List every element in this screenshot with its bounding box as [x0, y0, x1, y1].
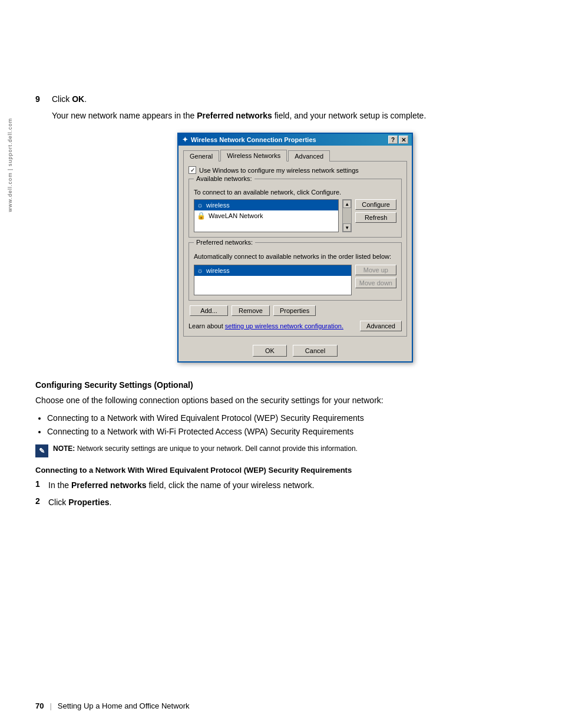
dialog-controls[interactable]: ? ✕ — [388, 136, 408, 144]
properties-button[interactable]: Properties — [273, 305, 316, 316]
step-1-num: 1 — [35, 479, 48, 489]
tab-advanced[interactable]: Advanced — [288, 150, 330, 162]
note-icon: ✎ — [35, 444, 48, 457]
close-button[interactable]: ✕ — [399, 136, 408, 144]
available-networks-group: Available networks: To connect to an ava… — [189, 179, 402, 238]
dialog-title: Wireless Network Connection Properties — [191, 136, 316, 143]
scroll-down-arrow[interactable]: ▼ — [343, 223, 351, 232]
bullet-item-1: Connecting to a Network with Wired Equiv… — [47, 411, 538, 424]
step-1: 1 In the Preferred networks field, click… — [35, 479, 538, 492]
add-button[interactable]: Add... — [190, 305, 228, 316]
page-footer: 70 | Setting Up a Home and Office Networ… — [35, 701, 538, 710]
network-name-wavelan: WaveLAN Network — [209, 212, 263, 219]
use-windows-checkbox-row[interactable]: ✓ Use Windows to configure my wireless n… — [189, 166, 402, 174]
sidebar-text: www.dell.com | support.dell.com — [7, 118, 13, 212]
preferred-list-row: ☼ wireless Move up Move down — [194, 265, 396, 295]
step-1-text: In the Preferred networks field, click t… — [48, 479, 314, 492]
step-2: 2 Click Properties. — [35, 496, 538, 509]
available-network-list[interactable]: ☼ wireless 🔒 WaveLAN Network — [194, 199, 339, 232]
wireless-icon: ☼ — [197, 201, 203, 209]
step-9-number: 9 — [35, 94, 52, 104]
learn-static: Learn about — [189, 322, 225, 330]
step-2-num: 2 — [35, 496, 48, 506]
bullet-list: Connecting to a Network with Wired Equiv… — [47, 411, 538, 438]
move-buttons: Move up Move down — [355, 265, 396, 295]
pref-wireless-icon: ☼ — [197, 266, 203, 275]
available-networks-desc: To connect to an available network, clic… — [194, 189, 396, 196]
move-down-button[interactable]: Move down — [355, 278, 396, 288]
scroll-track — [343, 208, 351, 223]
use-windows-checkbox[interactable]: ✓ — [189, 166, 196, 174]
tabs-row: General Wireless Networks Advanced — [183, 149, 407, 162]
wireless-properties-dialog: ✦ Wireless Network Connection Properties… — [177, 133, 413, 363]
help-button[interactable]: ? — [388, 136, 398, 144]
network-item-wavelan[interactable]: 🔒 WaveLAN Network — [194, 210, 338, 221]
tab-general[interactable]: General — [183, 150, 219, 162]
page-number: 70 — [35, 701, 44, 710]
bottom-buttons-row: Add... Remove Properties — [189, 305, 402, 316]
wep-sub-heading: Connecting to a Network With Wired Equiv… — [35, 466, 538, 475]
footer-separator: | — [49, 701, 51, 710]
pref-item-wireless[interactable]: ☼ wireless — [194, 265, 351, 276]
available-scrollbar[interactable]: ▲ ▼ — [342, 199, 352, 232]
network-name-wireless: wireless — [206, 202, 230, 209]
dialog-footer: OK Cancel — [178, 341, 412, 361]
remove-button[interactable]: Remove — [232, 305, 270, 316]
advanced-button[interactable]: Advanced — [360, 321, 402, 331]
refresh-button[interactable]: Refresh — [355, 212, 396, 223]
preferred-network-list[interactable]: ☼ wireless — [194, 265, 352, 295]
move-up-button[interactable]: Move up — [355, 265, 396, 275]
footer-label: Setting Up a Home and Office Network — [58, 701, 190, 710]
preferred-networks-label: Preferred networks: — [194, 239, 255, 246]
cancel-button[interactable]: Cancel — [293, 345, 338, 357]
network-item-wireless[interactable]: ☼ wireless — [194, 200, 338, 210]
tab-wireless-networks[interactable]: Wireless Networks — [220, 150, 287, 162]
available-networks-label: Available networks: — [194, 175, 254, 182]
network-list-container: ☼ wireless 🔒 WaveLAN Network ▲ — [194, 199, 396, 232]
step-9-text: Click OK. — [52, 94, 87, 104]
config-section-heading: Configuring Security Settings (Optional) — [35, 380, 538, 390]
tab-content: ✓ Use Windows to configure my wireless n… — [183, 162, 407, 337]
dialog-title-icon: ✦ — [182, 136, 188, 144]
dialog-titlebar: ✦ Wireless Network Connection Properties… — [178, 134, 412, 146]
scroll-up-arrow[interactable]: ▲ — [343, 200, 351, 208]
dialog-body: General Wireless Networks Advanced ✓ Use… — [178, 146, 412, 341]
note-box: ✎ NOTE: Network security settings are un… — [35, 444, 538, 457]
bullet-item-2: Connecting to a Network with Wi-Fi Prote… — [47, 425, 538, 438]
use-windows-label: Use Windows to configure my wireless net… — [199, 167, 359, 174]
note-text: NOTE: Network security settings are uniq… — [53, 444, 358, 454]
preferred-networks-group: Preferred networks: Automatically connec… — [189, 242, 402, 301]
step-2-text: Click Properties. — [48, 496, 111, 509]
available-network-buttons: Configure Refresh — [355, 199, 396, 232]
ok-button[interactable]: OK — [253, 345, 287, 357]
learn-row: Learn about setting up wireless network … — [189, 321, 402, 331]
step-9-follow-text: Your new network name appears in the Pre… — [52, 110, 538, 122]
preferred-networks-desc: Automatically connect to available netwo… — [194, 252, 396, 261]
learn-link[interactable]: setting up wireless network configuratio… — [225, 322, 343, 330]
config-section-body: Choose one of the following connection o… — [35, 394, 538, 407]
learn-text: Learn about setting up wireless network … — [189, 322, 343, 330]
wavelan-icon: 🔒 — [197, 212, 206, 220]
configure-button[interactable]: Configure — [355, 199, 396, 210]
pref-network-name: wireless — [206, 267, 230, 274]
